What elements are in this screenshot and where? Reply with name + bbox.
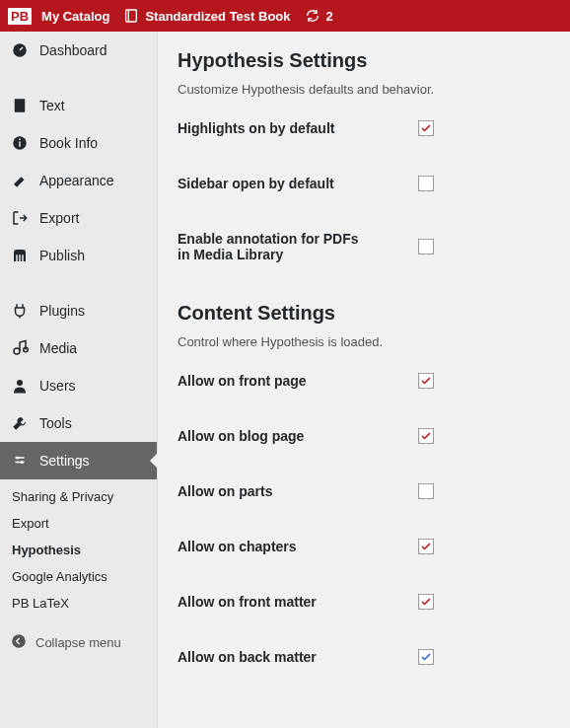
row-label: Highlights on by default (178, 120, 334, 136)
svg-rect-2 (15, 99, 26, 112)
book-label: Standardized Test Book (145, 9, 290, 24)
sidebar-item-label: Tools (39, 415, 72, 431)
checkbox-highlights-default[interactable] (418, 120, 434, 136)
appearance-icon (10, 171, 30, 190)
my-catalog-label: My Catalog (41, 9, 109, 24)
sidebar-item-label: Publish (39, 248, 85, 263)
sidebar-item-users[interactable]: Users (0, 367, 157, 404)
sidebar-item-label: Text (39, 98, 65, 113)
admin-sidebar: Dashboard Text Book Info Appearance (0, 32, 158, 728)
refresh-icon (305, 8, 321, 24)
collapse-menu[interactable]: Collapse menu (0, 622, 157, 663)
pb-logo[interactable]: PB (8, 8, 32, 25)
refresh-count: 2 (326, 9, 333, 24)
main-wrap: Dashboard Text Book Info Appearance (0, 32, 570, 728)
row-label: Allow on chapters (178, 539, 297, 554)
plugins-icon (10, 301, 30, 321)
text-icon (10, 96, 30, 115)
publish-icon (10, 246, 30, 265)
svg-rect-5 (19, 139, 21, 141)
svg-point-11 (17, 380, 23, 386)
row-sidebar-open-default: Sidebar open by default (178, 176, 434, 191)
settings-submenu: Sharing & Privacy Export Hypothesis Goog… (0, 479, 157, 622)
row-pdf-annotation: Enable annotation for PDFs in Media Libr… (178, 231, 434, 262)
row-label: Allow on front page (178, 373, 307, 389)
sidebar-item-appearance[interactable]: Appearance (0, 162, 157, 199)
row-allow-parts: Allow on parts (178, 483, 434, 499)
svg-rect-6 (16, 255, 18, 261)
checkbox-allow-chapters[interactable] (418, 539, 434, 554)
checkbox-allow-blog-page[interactable] (418, 428, 434, 444)
svg-rect-4 (19, 142, 21, 147)
settings-icon (10, 451, 30, 471)
checkbox-pdf-annotation[interactable] (418, 239, 434, 255)
hypothesis-heading: Hypothesis Settings (178, 49, 550, 72)
sidebar-item-text[interactable]: Text (0, 87, 157, 124)
row-allow-back-matter: Allow on back matter (178, 649, 434, 665)
info-icon (10, 133, 30, 153)
book-link[interactable]: Standardized Test Book (123, 8, 290, 24)
submenu-google-analytics[interactable]: Google Analytics (0, 563, 157, 590)
svg-point-9 (14, 348, 20, 354)
row-allow-blog-page: Allow on blog page (178, 428, 434, 444)
content-area: Hypothesis Settings Customize Hypothesis… (158, 32, 570, 728)
submenu-pb-latex[interactable]: PB LaTeX (0, 590, 157, 617)
refresh-link[interactable]: 2 (305, 8, 333, 24)
svg-rect-8 (22, 255, 24, 261)
tools-icon (10, 413, 30, 433)
submenu-export[interactable]: Export (0, 510, 157, 537)
submenu-sharing-privacy[interactable]: Sharing & Privacy (0, 483, 157, 510)
media-icon (10, 338, 30, 358)
row-allow-front-page: Allow on front page (178, 373, 434, 389)
checkbox-allow-parts[interactable] (418, 483, 434, 499)
users-icon (10, 376, 30, 396)
row-allow-chapters: Allow on chapters (178, 539, 434, 554)
sidebar-item-plugins[interactable]: Plugins (0, 292, 157, 329)
svg-point-12 (16, 457, 19, 460)
checkbox-allow-front-page[interactable] (418, 373, 434, 389)
sidebar-item-label: Appearance (39, 173, 114, 188)
content-settings-heading: Content Settings (178, 302, 550, 325)
svg-rect-7 (19, 255, 21, 261)
sidebar-item-label: Media (39, 340, 77, 356)
collapse-label: Collapse menu (36, 635, 121, 650)
row-allow-front-matter: Allow on front matter (178, 594, 434, 610)
sidebar-item-label: Dashboard (39, 42, 107, 58)
collapse-icon (10, 632, 28, 653)
sidebar-item-export[interactable]: Export (0, 199, 157, 237)
sidebar-item-media[interactable]: Media (0, 329, 157, 367)
row-label: Sidebar open by default (178, 176, 334, 191)
row-label: Allow on back matter (178, 649, 317, 665)
sidebar-item-label: Plugins (39, 303, 85, 319)
hypothesis-desc: Customize Hypothesis defaults and behavi… (178, 82, 550, 97)
checkbox-sidebar-open-default[interactable] (418, 176, 434, 191)
sidebar-item-publish[interactable]: Publish (0, 237, 157, 274)
sidebar-item-label: Settings (39, 453, 90, 469)
book-icon (123, 8, 139, 24)
row-highlights-default: Highlights on by default (178, 120, 434, 136)
my-catalog-link[interactable]: My Catalog (41, 9, 109, 24)
sidebar-item-label: Book Info (39, 135, 98, 151)
sidebar-item-book-info[interactable]: Book Info (0, 124, 157, 162)
sidebar-item-tools[interactable]: Tools (0, 404, 157, 442)
sidebar-item-settings[interactable]: Settings (0, 442, 157, 479)
export-icon (10, 208, 30, 228)
row-label: Allow on blog page (178, 428, 304, 444)
submenu-hypothesis[interactable]: Hypothesis (0, 537, 157, 563)
admin-bar: PB My Catalog Standardized Test Book 2 (0, 0, 570, 32)
row-label: Enable annotation for PDFs in Media Libr… (178, 231, 365, 262)
sidebar-item-label: Export (39, 210, 79, 226)
dashboard-icon (10, 40, 30, 60)
sidebar-item-dashboard[interactable]: Dashboard (0, 32, 157, 69)
row-label: Allow on front matter (178, 594, 317, 610)
sidebar-item-label: Users (39, 378, 76, 394)
checkbox-allow-front-matter[interactable] (418, 594, 434, 610)
row-label: Allow on parts (178, 483, 272, 499)
svg-rect-0 (126, 10, 137, 22)
checkbox-allow-back-matter[interactable] (418, 649, 434, 665)
svg-point-14 (12, 634, 26, 648)
content-settings-desc: Control where Hypothesis is loaded. (178, 334, 550, 349)
svg-point-13 (21, 461, 24, 464)
